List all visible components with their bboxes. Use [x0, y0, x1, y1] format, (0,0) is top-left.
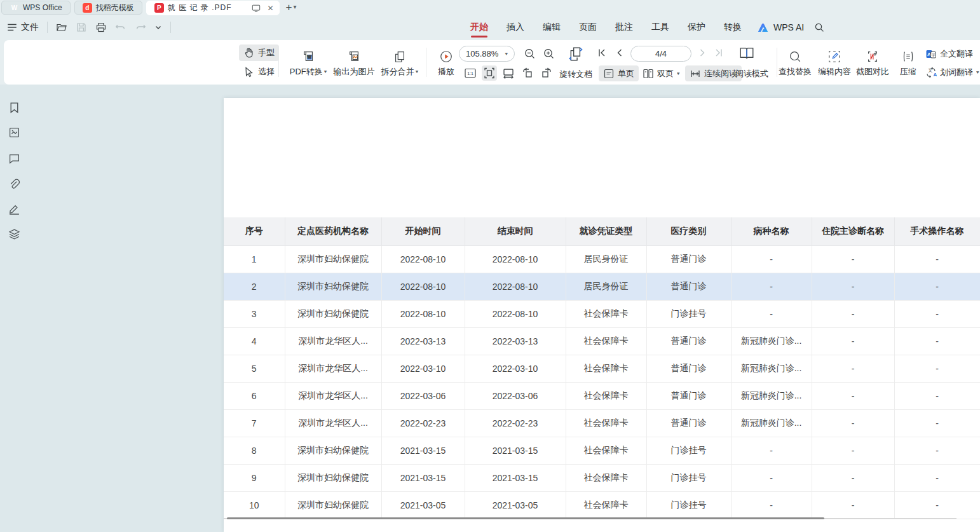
- find-replace-button[interactable]: 查找替换: [775, 44, 815, 78]
- table-cell: 2021-03-05: [465, 491, 566, 519]
- rotate-doc-label[interactable]: 旋转文档: [559, 69, 592, 80]
- word-translate-icon: 文A: [925, 67, 937, 78]
- single-page-button[interactable]: 单页: [599, 65, 639, 81]
- actual-size-button[interactable]: 1:1: [463, 65, 478, 81]
- close-tab-icon[interactable]: ✕: [267, 4, 273, 13]
- table-row: 10深圳市妇幼保健院2021-03-052021-03-05社会保障卡门诊挂号-…: [224, 491, 980, 519]
- comment-icon[interactable]: [8, 153, 20, 165]
- read-mode-book-icon[interactable]: [738, 45, 755, 62]
- column-header: 开始时间: [381, 217, 465, 245]
- screen-share-icon[interactable]: [252, 4, 261, 13]
- table-cell: 2022-08-10: [465, 273, 566, 300]
- medical-records-table: 序号定点医药机构名称开始时间结束时间就诊凭证类型医疗类别病种名称住院主诊断名称手…: [224, 217, 980, 519]
- zoom-level-select[interactable]: 105.88%▾: [459, 46, 515, 62]
- table-cell: 社会保障卡: [566, 300, 646, 327]
- redo-icon[interactable]: [135, 22, 146, 33]
- ribbon-tab-5[interactable]: 工具: [651, 22, 669, 33]
- table-cell: 新冠肺炎门诊...: [731, 327, 812, 355]
- select-tool-button[interactable]: 选择: [239, 64, 279, 80]
- compress-button[interactable]: 压缩: [894, 44, 923, 78]
- table-cell: -: [812, 245, 894, 273]
- zoom-out-icon[interactable]: [524, 48, 536, 60]
- ribbon-tab-1[interactable]: 插入: [507, 22, 524, 33]
- page-indicator-input[interactable]: 4/4: [630, 46, 691, 62]
- fit-page-button[interactable]: [482, 65, 497, 81]
- double-page-button[interactable]: 双页 ▾: [638, 65, 684, 81]
- table-cell: 门诊挂号: [646, 437, 731, 464]
- table-cell: -: [812, 382, 894, 409]
- previous-page-icon[interactable]: [615, 48, 625, 58]
- table-cell: 深圳市妇幼保健院: [285, 245, 381, 273]
- document-viewport: 序号定点医药机构名称开始时间结束时间就诊凭证类型医疗类别病种名称住院主诊断名称手…: [0, 85, 980, 532]
- new-tab-button[interactable]: +: [286, 1, 292, 15]
- ribbon-tab-2[interactable]: 编辑: [543, 22, 561, 33]
- file-menu[interactable]: 文件: [6, 22, 39, 33]
- word-translate-button[interactable]: 文A 划词翻译 ▾: [923, 64, 980, 81]
- save-icon[interactable]: [76, 22, 87, 33]
- edit-content-button[interactable]: 编辑内容: [815, 44, 854, 78]
- signature-pen-icon[interactable]: [8, 203, 20, 215]
- full-translate-icon: A字: [925, 48, 937, 60]
- table-cell: 2021-03-15: [381, 464, 465, 491]
- table-cell: -: [894, 437, 980, 464]
- table-cell: 社会保障卡: [566, 464, 646, 491]
- ribbon-tab-3[interactable]: 页面: [579, 22, 597, 33]
- play-button[interactable]: 播放: [428, 44, 464, 78]
- screenshot-compare-button[interactable]: 截图对比: [853, 44, 892, 78]
- full-translate-button[interactable]: A字 全文翻译: [923, 46, 976, 62]
- ribbon-tab-0[interactable]: 开始: [470, 22, 488, 33]
- last-page-icon[interactable]: [714, 48, 724, 58]
- table-cell: 5: [224, 355, 285, 382]
- table-cell: -: [731, 300, 812, 327]
- fit-page-icon: [483, 67, 496, 79]
- open-file-icon[interactable]: [56, 22, 67, 33]
- table-cell: 深圳市妇幼保健院: [285, 273, 381, 300]
- rotate-left-icon: [521, 67, 534, 79]
- svg-text:W: W: [308, 55, 312, 59]
- table-cell: 2022-08-10: [381, 273, 465, 300]
- pdf-convert-icon: W: [301, 50, 315, 64]
- ribbon-tab-7[interactable]: 转换: [724, 22, 742, 33]
- bookmark-icon[interactable]: [8, 102, 20, 114]
- table-cell: 居民身份证: [566, 245, 646, 273]
- chevron-down-icon: ▾: [677, 71, 680, 76]
- tab-wps-office[interactable]: W WPS Office: [1, 1, 71, 15]
- ribbon-tab-6[interactable]: 保护: [688, 22, 705, 33]
- search-icon[interactable]: [814, 22, 824, 32]
- first-page-icon[interactable]: [597, 48, 607, 58]
- read-mode-button[interactable]: 阅读模式: [731, 65, 773, 81]
- tab-list-chevron-icon[interactable]: ▾: [293, 3, 296, 10]
- table-cell: 深圳市妇幼保健院: [285, 300, 381, 327]
- undo-redo-chevron-icon[interactable]: [154, 22, 162, 33]
- double-page-icon: [643, 68, 654, 79]
- split-merge-button[interactable]: 拆分合并▾: [372, 44, 427, 78]
- fit-width-button[interactable]: [501, 65, 516, 81]
- table-header-row: 序号定点医药机构名称开始时间结束时间就诊凭证类型医疗类别病种名称住院主诊断名称手…: [224, 217, 980, 245]
- rotate-pages-icon[interactable]: [568, 46, 585, 62]
- table-cell: 社会保障卡: [566, 327, 646, 355]
- table-cell: 新冠肺炎门诊...: [731, 409, 812, 437]
- undo-icon[interactable]: [115, 22, 126, 33]
- table-row: 5深圳市龙华区人...2022-03-102022-03-10社会保障卡普通门诊…: [224, 355, 980, 382]
- zoom-in-icon[interactable]: [543, 48, 555, 60]
- rotate-right-button[interactable]: [539, 65, 554, 81]
- ribbon-tab-4[interactable]: 批注: [615, 22, 633, 33]
- wps-ai-label[interactable]: WPS AI: [773, 22, 804, 32]
- hand-tool-button[interactable]: 手型: [239, 44, 279, 61]
- tab-document-pdf[interactable]: P 就 医 记 录 .PDF ✕: [146, 1, 280, 15]
- single-page-icon: [603, 68, 615, 79]
- tab-docer-templates[interactable]: d 找稻壳模板: [74, 1, 142, 15]
- layers-icon[interactable]: [8, 228, 20, 240]
- next-page-icon[interactable]: [697, 48, 707, 58]
- screenshot-compare-icon: [866, 50, 880, 64]
- table-cell: -: [812, 409, 894, 437]
- table-row: 6深圳市龙华区人...2022-03-062022-03-06社会保障卡普通门诊…: [224, 382, 980, 409]
- menu-bar: 文件 开始插入编辑页面批注工具保护转换 WPS AI: [0, 15, 980, 39]
- rotate-left-button[interactable]: [520, 65, 535, 81]
- document-tab-title: 就 医 记 录 .PDF: [168, 3, 232, 13]
- thumbnails-icon[interactable]: [8, 126, 20, 139]
- print-icon[interactable]: [95, 22, 107, 33]
- table-cell: 2021-03-15: [465, 437, 566, 464]
- horizontal-scrollbar-thumb[interactable]: [227, 517, 824, 519]
- attachment-icon[interactable]: [8, 178, 20, 190]
